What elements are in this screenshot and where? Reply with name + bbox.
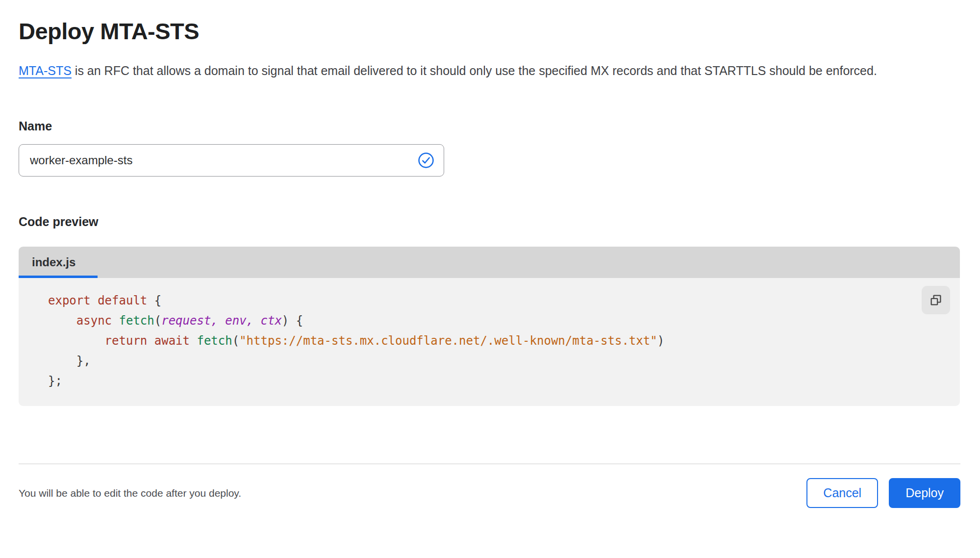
description-text: is an RFC that allows a domain to signal… bbox=[72, 64, 877, 77]
footer-note: You will be able to edit the code after … bbox=[19, 487, 241, 499]
name-input[interactable] bbox=[19, 144, 444, 177]
name-input-wrap bbox=[19, 144, 444, 177]
deploy-mta-sts-page: Deploy MTA-STS MTA-STS is an RFC that al… bbox=[0, 0, 980, 558]
name-label: Name bbox=[19, 119, 960, 133]
tab-label: index.js bbox=[32, 255, 75, 269]
page-title: Deploy MTA-STS bbox=[19, 18, 960, 45]
tab-index-js[interactable]: index.js bbox=[19, 247, 98, 278]
code-tab-bar: index.js bbox=[19, 247, 960, 278]
copy-code-button[interactable] bbox=[922, 286, 950, 314]
code-preview-label: Code preview bbox=[19, 215, 960, 229]
mta-sts-link[interactable]: MTA-STS bbox=[19, 64, 72, 77]
footer: You will be able to edit the code after … bbox=[19, 478, 960, 508]
code-area: export default { async fetch(request, en… bbox=[19, 278, 960, 406]
copy-icon bbox=[929, 293, 943, 307]
cancel-button[interactable]: Cancel bbox=[806, 478, 878, 508]
check-circle-icon bbox=[418, 152, 434, 169]
description: MTA-STS is an RFC that allows a domain t… bbox=[19, 59, 948, 82]
footer-actions: Cancel Deploy bbox=[806, 478, 960, 508]
code-content: export default { async fetch(request, en… bbox=[48, 291, 901, 391]
footer-divider bbox=[19, 463, 960, 464]
deploy-button[interactable]: Deploy bbox=[889, 478, 960, 508]
code-preview-block: index.js export default { async fetch(re… bbox=[19, 247, 960, 406]
